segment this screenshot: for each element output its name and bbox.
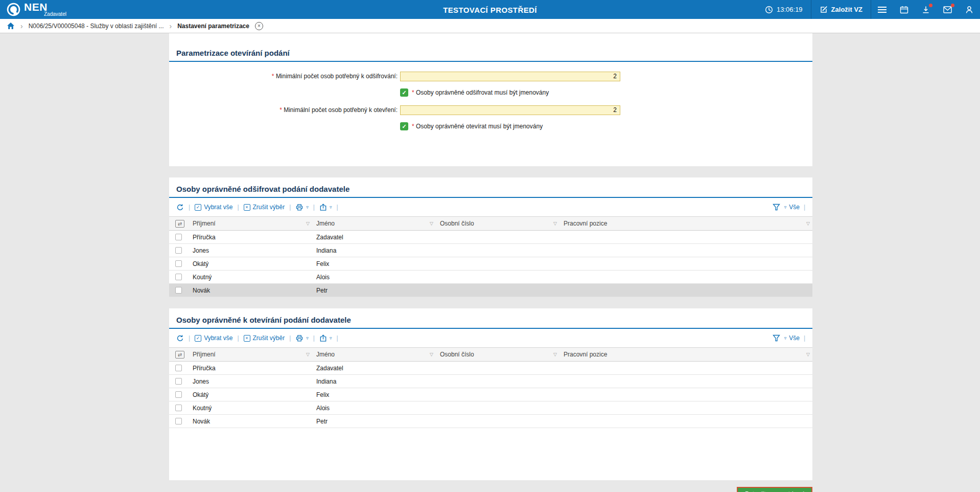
column-filter-icon[interactable]: ▽ [430, 352, 433, 357]
column-settings-icon[interactable]: ⇄ [175, 220, 184, 228]
table-row[interactable]: Jones Indiana [169, 375, 812, 388]
create-vz-button[interactable]: Založit VZ [811, 6, 871, 14]
clear-selection-button[interactable]: × Zrušit výběr [244, 204, 285, 211]
chevron-down-icon: ▿ [306, 336, 309, 341]
cell-firstname: Felix [312, 257, 436, 271]
toolbar-separator: | [337, 334, 338, 342]
column-filter-icon[interactable]: ▽ [553, 221, 557, 226]
filter-button[interactable] [773, 334, 780, 342]
table-header-row: ⇄ Příjmení ▽ Jméno ▽ Osobní číslo ▽ [169, 217, 812, 231]
breadcrumb-procurement-link[interactable]: N006/25/V00005048 - Služby v oblasti zaj… [29, 23, 164, 30]
table-row[interactable]: Novák Petr [169, 415, 812, 428]
environment-title: TESTOVACÍ PROSTŘEDÍ [443, 5, 537, 14]
open-count-label: * Minimální počet osob potřebný k otevře… [169, 106, 398, 114]
table-row-selected[interactable]: Novák Petr [169, 284, 812, 297]
clock-icon [765, 6, 773, 14]
open-count-row: * Minimální počet osob potřebný k otevře… [169, 104, 812, 116]
export-button[interactable]: ▿ [319, 204, 332, 211]
column-header-firstname[interactable]: Jméno ▽ [312, 217, 436, 231]
select-all-button[interactable]: ✓ Vybrat vše [195, 204, 232, 211]
cell-firstname: Petr [312, 284, 436, 297]
row-checkbox[interactable] [175, 274, 182, 280]
column-filter-icon[interactable]: ▽ [430, 221, 433, 226]
column-header-personal-number[interactable]: Osobní číslo ▽ [436, 348, 559, 362]
open-named-checkbox[interactable]: ✓ [400, 122, 408, 130]
column-header-surname[interactable]: Příjmení ▽ [189, 217, 312, 231]
column-label: Osobní číslo [440, 351, 474, 358]
row-checkbox[interactable] [175, 365, 182, 371]
refresh-button[interactable] [176, 334, 184, 342]
table-row[interactable]: Koutný Alois [169, 271, 812, 284]
row-checkbox[interactable] [175, 234, 182, 240]
view-all-button[interactable]: ▿ Vše [784, 334, 800, 342]
column-filter-icon[interactable]: ▽ [553, 352, 557, 357]
select-all-button[interactable]: ✓ Vybrat vše [195, 334, 232, 342]
decrypt-named-checkbox[interactable]: ✓ [400, 88, 408, 97]
filter-funnel-icon [773, 334, 780, 342]
column-header-position[interactable]: Pracovní pozice ▽ [559, 348, 812, 362]
open-count-input[interactable] [400, 105, 620, 115]
decrypt-count-label: * Minimální počet osob potřebný k odšifr… [169, 73, 398, 80]
row-checkbox[interactable] [175, 247, 182, 254]
column-header-firstname[interactable]: Jméno ▽ [312, 348, 436, 362]
column-header-select[interactable]: ⇄ [169, 217, 189, 231]
confirm-parametrization-button[interactable]: Potvrdit parametrizaci [737, 487, 812, 492]
table-row[interactable]: Okátý Felix [169, 388, 812, 401]
cell-surname: Jones [189, 244, 312, 257]
row-checkbox[interactable] [175, 260, 182, 267]
table-row[interactable]: Jones Indiana [169, 244, 812, 257]
decrypt-named-label-text: Osoby oprávněné odšifrovat musí být jmen… [416, 89, 549, 96]
column-filter-icon[interactable]: ▽ [306, 221, 310, 226]
cell-personal-number [436, 271, 559, 284]
home-button[interactable] [7, 22, 15, 30]
column-filter-icon[interactable]: ▽ [306, 352, 310, 357]
row-checkbox[interactable] [175, 391, 182, 398]
edit-icon [820, 6, 828, 14]
clear-selection-button[interactable]: × Zrušit výběr [244, 334, 285, 342]
export-icon [319, 204, 327, 211]
column-settings-icon[interactable]: ⇄ [175, 351, 184, 359]
table-row[interactable]: Příručka Zadavatel [169, 231, 812, 244]
refresh-button[interactable] [176, 204, 184, 211]
table-row[interactable]: Okátý Felix [169, 257, 812, 271]
open-named-row: ✓ * Osoby oprávněné otevírat musí být jm… [400, 121, 812, 132]
table-row[interactable]: Koutný Alois [169, 401, 812, 415]
download-icon [922, 6, 930, 14]
cell-surname: Koutný [189, 401, 312, 415]
main-menu-button[interactable] [871, 0, 893, 19]
cell-position [559, 388, 812, 401]
column-header-select[interactable]: ⇄ [169, 348, 189, 362]
column-filter-icon[interactable]: ▽ [806, 221, 810, 226]
profile-button[interactable] [959, 0, 980, 19]
messages-button[interactable] [937, 0, 959, 19]
export-button[interactable]: ▿ [319, 334, 332, 342]
downloads-button[interactable] [915, 0, 937, 19]
row-checkbox[interactable] [175, 287, 182, 294]
open-count-label-text: Minimální počet osob potřebný k otevření… [284, 106, 398, 114]
column-label: Jméno [316, 220, 335, 227]
cell-surname: Příručka [189, 362, 312, 375]
column-header-position[interactable]: Pracovní pozice ▽ [559, 217, 812, 231]
cell-firstname: Indiana [312, 244, 436, 257]
print-button[interactable]: ▿ [295, 204, 309, 211]
toolbar-separator: | [337, 204, 338, 211]
section-title-parametrization: Parametrizace otevírání podání [169, 33, 812, 62]
print-button[interactable]: ▿ [295, 334, 309, 342]
nen-logo-icon [7, 3, 20, 16]
column-label: Pracovní pozice [564, 351, 607, 358]
row-checkbox[interactable] [175, 405, 182, 411]
cell-position [559, 375, 812, 388]
nen-brand[interactable]: NEN Zadavatel [7, 3, 66, 17]
view-all-button[interactable]: ▿ Vše [784, 204, 800, 211]
close-page-icon[interactable]: × [255, 22, 263, 30]
table-row[interactable]: Příručka Zadavatel [169, 362, 812, 375]
filter-button[interactable] [773, 204, 780, 211]
calendar-button[interactable] [893, 0, 915, 19]
brand-role: Zadavatel [44, 12, 66, 17]
row-checkbox[interactable] [175, 418, 182, 424]
column-header-personal-number[interactable]: Osobní číslo ▽ [436, 217, 559, 231]
row-checkbox[interactable] [175, 378, 182, 385]
column-filter-icon[interactable]: ▽ [806, 352, 810, 357]
decrypt-count-input[interactable] [400, 72, 620, 81]
column-header-surname[interactable]: Příjmení ▽ [189, 348, 312, 362]
